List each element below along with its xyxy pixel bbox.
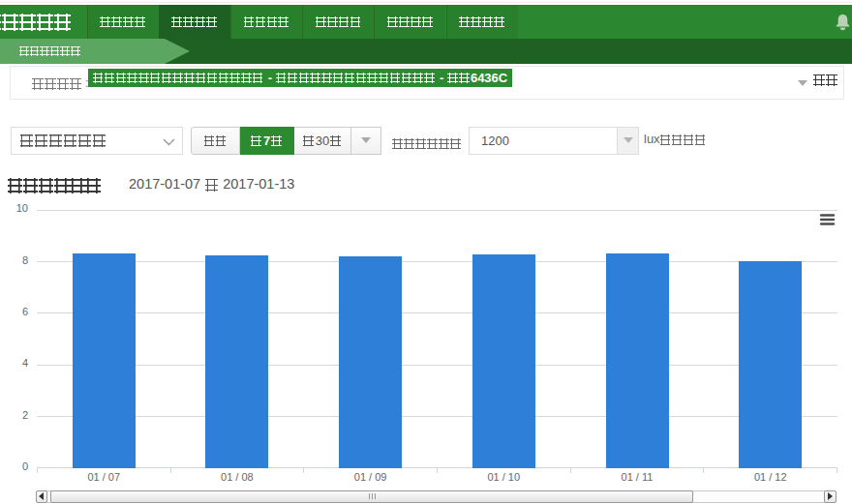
svg-text:0: 0 xyxy=(22,460,28,472)
svg-text:10: 10 xyxy=(16,202,28,214)
svg-text:6: 6 xyxy=(22,306,28,317)
svg-text:2: 2 xyxy=(22,409,28,421)
svg-text:01 / 11: 01 / 11 xyxy=(622,471,654,483)
svg-text:01 / 10: 01 / 10 xyxy=(487,471,520,483)
svg-text:01 / 08: 01 / 08 xyxy=(221,471,254,483)
svg-text:4: 4 xyxy=(22,357,28,369)
svg-text:8: 8 xyxy=(22,254,28,266)
svg-text:01 / 12: 01 / 12 xyxy=(754,471,787,483)
svg-text:01 / 09: 01 / 09 xyxy=(354,471,387,483)
svg-text:01 / 07: 01 / 07 xyxy=(87,471,120,483)
